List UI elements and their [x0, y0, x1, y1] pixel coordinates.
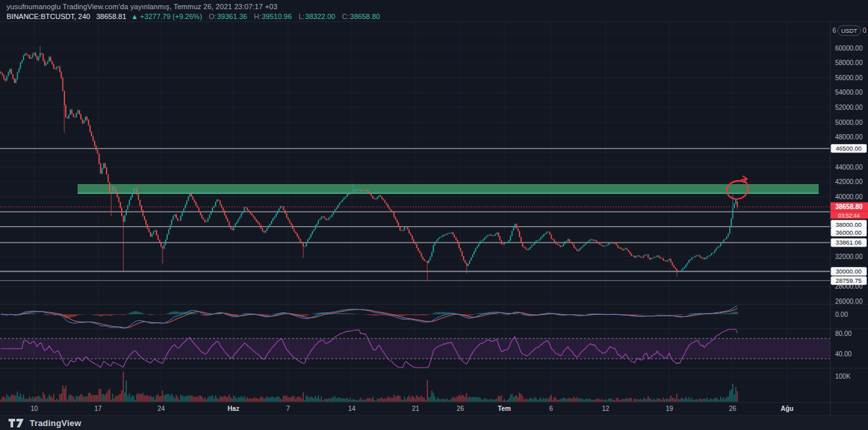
tradingview-published-chart: yusufnumanoglu TradingView.com'da yayınl… [0, 0, 868, 430]
price-level-label: 46500.00 [836, 145, 862, 152]
price-axis-label: 32000.00 [835, 253, 863, 260]
macd-histogram-down [2, 314, 685, 318]
time-axis-label: 24 [157, 405, 165, 412]
close-label: C: [342, 12, 349, 20]
brand-text: TradingView [30, 418, 82, 428]
countdown-label: 03:52:44 [838, 212, 859, 219]
time-axis-label: 21 [412, 405, 420, 412]
close-value: 38658.80 [350, 12, 380, 20]
macd-zero-label: 0.00 [835, 311, 848, 318]
tradingview-logo[interactable]: TradingView [9, 418, 82, 428]
volume-scale-label: 100K [835, 373, 851, 380]
open-label: O: [208, 12, 216, 20]
price-level-label: 33861.06 [836, 239, 862, 246]
price-axis-label: 54000.00 [835, 89, 863, 96]
low-value: 38322.00 [305, 12, 335, 20]
time-axis-label: Haz [228, 405, 239, 412]
price-axis-label: 60000.00 [835, 45, 863, 52]
time-axis-label: 10 [30, 405, 38, 412]
time-axis[interactable]: 101724Haz7142126Tem6121926Ağu [30, 405, 793, 412]
published-text: yusufnumanoglu TradingView.com'da yayınl… [7, 3, 277, 11]
rsi-lower-label: 40.00 [835, 350, 852, 358]
time-axis-label: 14 [348, 405, 356, 412]
price-level-label: 36000.00 [836, 229, 862, 236]
chart-canvas[interactable]: 60000.0058000.0056000.0054000.0052000.00… [0, 0, 868, 430]
chart-header: yusufnumanoglu TradingView.com'da yayınl… [7, 2, 380, 22]
usdt-pill-label: USDT [841, 28, 857, 34]
time-axis-label: Ağu [781, 405, 793, 412]
time-axis-label: 12 [602, 405, 610, 412]
tradingview-logo-icon [9, 418, 25, 428]
top-axis-partial: 0 [863, 27, 867, 34]
time-axis-label: 19 [665, 405, 673, 412]
supply-zone-rect[interactable] [78, 184, 819, 193]
down-candle-wicks [1, 52, 737, 281]
supply-zone[interactable] [78, 184, 819, 193]
time-axis-label: 17 [94, 405, 102, 412]
price-axis-label: 26000.00 [835, 298, 863, 305]
symbol-name[interactable]: BINANCE:BTCUSDT, 240 [7, 12, 90, 20]
rsi-band-fill [0, 339, 830, 359]
price-change: ▲ +3277.79 (+9.26%) [131, 12, 202, 20]
time-axis-label: 7 [286, 405, 290, 412]
current-price-label: 38658.80 [835, 203, 863, 210]
macd-signal-line [1, 308, 737, 327]
top-axis-partial: 6 [832, 27, 836, 34]
last-price: 38658.81 [96, 12, 126, 20]
price-level-label: 30000.00 [836, 268, 862, 275]
price-axis-label: 52000.00 [835, 104, 863, 111]
open-value: 39361.36 [217, 12, 247, 20]
down-candle-bodies [0, 53, 738, 272]
time-axis-label: 26 [456, 405, 464, 412]
price-level-label: 28759.75 [836, 277, 862, 284]
price-level-lines[interactable] [0, 149, 830, 281]
price-axis-label: 44000.00 [835, 164, 863, 171]
price-axis-label: 40000.00 [835, 193, 863, 201]
up-candle-wicks [7, 46, 736, 272]
price-axis-label: 50000.00 [835, 119, 863, 126]
price-axis-label: 42000.00 [835, 178, 863, 185]
time-axis-label: Tem [498, 405, 511, 412]
time-axis-label: 6 [549, 405, 553, 412]
price-axis[interactable]: 60000.0058000.0056000.0054000.0052000.00… [831, 26, 868, 380]
price-axis-label: 48000.00 [835, 133, 863, 141]
price-axis-label: 58000.00 [835, 59, 863, 66]
up-candle-bodies [7, 53, 736, 272]
macd-histogram-up [0, 311, 738, 314]
macd-line [1, 306, 737, 329]
symbol-legend[interactable]: BINANCE:BTCUSDT, 240 38658.81 ▲ +3277.79… [7, 12, 380, 22]
indicator-panes[interactable] [0, 306, 830, 402]
time-axis-label: 26 [729, 405, 736, 412]
footer-bar: TradingView [0, 415, 868, 430]
high-label: H: [254, 12, 261, 20]
low-label: L: [299, 12, 304, 20]
high-value: 39510.96 [262, 12, 292, 20]
main-chart-pane[interactable] [0, 46, 830, 281]
published-info: yusufnumanoglu TradingView.com'da yayınl… [7, 2, 380, 12]
price-level-label: 38000.00 [836, 221, 862, 228]
price-axis-label: 56000.00 [835, 74, 863, 82]
rsi-upper-label: 80.00 [835, 330, 852, 337]
